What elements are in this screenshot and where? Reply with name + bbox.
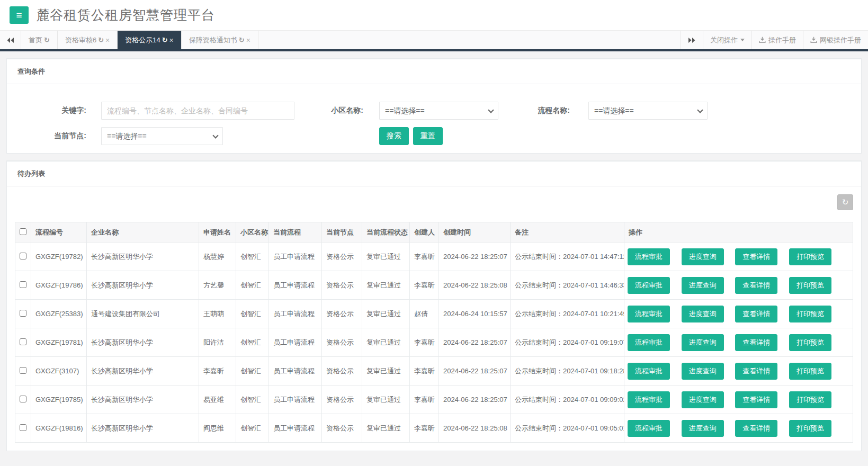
table-row: GXGZF(19781) 长沙高新区明华小学 阳许洁 创智汇 员工申请流程 资格… [15, 328, 853, 357]
close-operations-dropdown[interactable]: 关闭操作 [703, 31, 751, 49]
cell-remark: 公示结束时间：2024-07-01 09:19:07 [511, 328, 624, 357]
cell-creator: 李嘉昕 [410, 357, 439, 386]
reset-button[interactable]: 重置 [413, 127, 443, 145]
cell-status: 复审已通过 [362, 243, 410, 271]
cell-flow: 员工申请流程 [269, 386, 322, 414]
progress-query-button[interactable]: 进度查询 [682, 248, 724, 265]
tab-qualification-publicity[interactable]: 资格公示14 ↻ × [118, 31, 182, 49]
cell-applicant: 李嘉昕 [199, 357, 236, 386]
view-details-button[interactable]: 查看详情 [735, 420, 777, 437]
keyword-input[interactable] [101, 102, 294, 120]
community-select[interactable]: ==请选择== [379, 102, 498, 120]
view-details-button[interactable]: 查看详情 [735, 248, 777, 265]
flow-approval-button[interactable]: 流程审批 [628, 334, 670, 351]
view-details-button[interactable]: 查看详情 [735, 391, 777, 408]
row-checkbox[interactable] [20, 338, 26, 345]
flow-approval-button[interactable]: 流程审批 [628, 363, 670, 380]
row-checkbox[interactable] [20, 367, 26, 374]
view-details-button[interactable]: 查看详情 [735, 277, 777, 294]
cell-enterprise: 长沙高新区明华小学 [87, 414, 199, 443]
cell-created: 2024-06-22 18:25:07 [439, 243, 511, 271]
flow-approval-button[interactable]: 流程审批 [628, 391, 670, 408]
tab-refresh-icon[interactable]: ↻ [98, 36, 104, 44]
keyword-label: 关键字: [15, 106, 86, 115]
print-preview-button[interactable]: 打印预览 [789, 306, 831, 322]
progress-query-button[interactable]: 进度查询 [682, 420, 724, 437]
col-flow: 当前流程 [269, 222, 322, 243]
print-preview-button[interactable]: 打印预览 [789, 248, 831, 265]
cell-community: 创智汇 [236, 386, 269, 414]
col-node: 当前节点 [322, 222, 362, 243]
tab-close-icon[interactable]: × [169, 36, 174, 44]
cell-status: 复审已通过 [362, 386, 410, 414]
cell-created: 2024-06-22 18:25:07 [439, 328, 511, 357]
progress-query-button[interactable]: 进度查询 [682, 306, 724, 322]
tab-refresh-icon[interactable]: ↻ [162, 36, 168, 44]
cell-enterprise: 通号建设集团有限公司 [87, 300, 199, 328]
tab-close-icon[interactable]: × [105, 36, 110, 44]
cell-flow: 员工申请流程 [269, 271, 322, 300]
row-checkbox[interactable] [20, 424, 26, 431]
cell-status: 复审已通过 [362, 357, 410, 386]
tab-refresh-icon[interactable]: ↻ [239, 36, 245, 44]
cell-created: 2024-06-22 18:25:08 [439, 271, 511, 300]
bank-manual-button[interactable]: 网银操作手册 [803, 31, 868, 49]
menu-icon[interactable]: ≡ [10, 6, 29, 24]
progress-query-button[interactable]: 进度查询 [682, 277, 724, 294]
col-community: 小区名称 [236, 222, 269, 243]
view-details-button[interactable]: 查看详情 [735, 363, 777, 380]
tabs-scroll-right-icon[interactable] [681, 31, 703, 49]
flow-approval-button[interactable]: 流程审批 [628, 306, 670, 322]
row-checkbox[interactable] [20, 253, 26, 259]
tab-home[interactable]: 首页 ↻ [21, 31, 58, 49]
tab-close-icon[interactable]: × [246, 36, 250, 44]
table-row: GXGZF(19785) 长沙高新区明华小学 易亚维 创智汇 员工申请流程 资格… [15, 386, 853, 414]
select-all-checkbox[interactable] [20, 228, 26, 235]
row-checkbox[interactable] [20, 281, 26, 288]
tab-refresh-icon[interactable]: ↻ [44, 36, 50, 44]
view-details-button[interactable]: 查看详情 [735, 306, 777, 322]
cell-applicant: 阎思维 [199, 414, 236, 443]
cell-enterprise: 长沙高新区明华小学 [87, 328, 199, 357]
flow-approval-button[interactable]: 流程审批 [628, 277, 670, 294]
col-enterprise: 企业名称 [87, 222, 199, 243]
tab-guarantee-notice[interactable]: 保障资格通知书 ↻ × [182, 31, 258, 49]
flow-approval-button[interactable]: 流程审批 [628, 248, 670, 265]
cell-applicant: 王萌萌 [199, 300, 236, 328]
print-preview-button[interactable]: 打印预览 [789, 420, 831, 437]
progress-query-button[interactable]: 进度查询 [682, 334, 724, 351]
operation-manual-button[interactable]: 操作手册 [751, 31, 803, 49]
cell-community: 创智汇 [236, 328, 269, 357]
view-details-button[interactable]: 查看详情 [735, 334, 777, 351]
query-panel-body: 关键字: 小区名称: ==请选择== 流程名称: ==请选择== 当前节点: =… [7, 84, 861, 153]
cell-creator: 李嘉昕 [410, 271, 439, 300]
cell-remark: 公示结束时间：2024-07-01 09:09:02 [511, 386, 624, 414]
row-checkbox[interactable] [20, 396, 26, 402]
flow-approval-button[interactable]: 流程审批 [628, 420, 670, 437]
operation-manual-label: 操作手册 [768, 35, 796, 45]
query-panel-title: 查询条件 [7, 59, 861, 84]
tab-bar: 首页 ↻ 资格审核6 ↻ × 资格公示14 ↻ × 保障资格通知书 ↻ × 关闭… [0, 30, 868, 51]
cell-community: 创智汇 [236, 414, 269, 443]
table-row: GXGZF(3107) 长沙高新区明华小学 李嘉昕 创智汇 员工申请流程 资格公… [15, 357, 853, 386]
print-preview-button[interactable]: 打印预览 [789, 391, 831, 408]
tabs-scroll-left-icon[interactable] [0, 31, 21, 49]
cell-community: 创智汇 [236, 243, 269, 271]
progress-query-button[interactable]: 进度查询 [682, 363, 724, 380]
todo-panel-title: 待办列表 [7, 162, 861, 186]
cell-created: 2024-06-24 10:15:57 [439, 300, 511, 328]
cell-node: 资格公示 [322, 300, 362, 328]
progress-query-button[interactable]: 进度查询 [682, 391, 724, 408]
cell-node: 资格公示 [322, 357, 362, 386]
cell-applicant: 方艺馨 [199, 271, 236, 300]
print-preview-button[interactable]: 打印预览 [789, 363, 831, 380]
tab-qualification-review[interactable]: 资格审核6 ↻ × [58, 31, 118, 49]
row-checkbox[interactable] [20, 310, 26, 317]
print-preview-button[interactable]: 打印预览 [789, 334, 831, 351]
print-preview-button[interactable]: 打印预览 [789, 277, 831, 294]
col-applicant: 申请姓名 [199, 222, 236, 243]
refresh-table-icon[interactable]: ↻ [837, 194, 853, 210]
current-node-select[interactable]: ==请选择== [101, 127, 223, 145]
process-name-select[interactable]: ==请选择== [588, 102, 708, 120]
search-button[interactable]: 搜索 [379, 127, 409, 145]
